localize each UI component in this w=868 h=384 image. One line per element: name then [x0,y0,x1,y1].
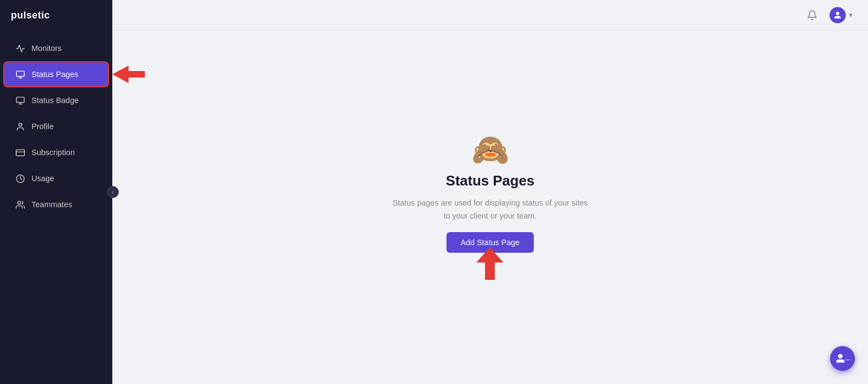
sidebar-item-profile[interactable]: Profile [4,114,108,138]
sidebar-item-status-badge[interactable]: Status Badge [4,88,108,112]
sidebar-item-teammates[interactable]: Teammates [4,193,108,216]
monitor-icon [15,43,25,53]
subscription-icon [15,148,25,157]
add-button-container: Add Status Page [446,230,534,280]
content-area: 🙈 Status Pages Status pages are used for… [112,30,868,384]
sidebar-item-usage[interactable]: Usage [4,167,108,190]
fab-minus-icon: — [845,356,851,362]
svg-marker-3 [112,66,145,83]
sidebar-item-monitors-label: Monitors [31,44,62,53]
empty-state-emoji: 🙈 [471,135,509,165]
svg-point-14 [838,355,842,359]
sidebar-collapse-button[interactable]: ‹ [107,186,119,198]
svg-marker-13 [476,247,503,280]
fab-button[interactable]: — [830,346,855,371]
empty-state-description: Status pages are used for displaying sta… [393,197,588,222]
sidebar-item-status-badge-label: Status Badge [31,96,79,105]
sidebar: pulsetic Monitors Status Pages [0,0,112,384]
sidebar-item-profile-label: Profile [31,122,54,131]
user-menu[interactable]: ▾ [829,7,853,23]
svg-point-12 [836,12,839,15]
topbar: ▾ [112,0,868,30]
svg-point-7 [18,123,22,126]
annotation-arrow-up [471,247,509,280]
notifications-bell[interactable] [803,7,821,24]
status-badge-icon [15,95,25,105]
usage-icon [15,174,25,183]
svg-rect-0 [16,71,24,76]
app-logo: pulsetic [0,0,112,31]
chevron-left-icon: ‹ [112,189,114,195]
avatar [829,7,846,23]
svg-point-11 [17,201,21,204]
status-pages-icon [15,69,25,79]
sidebar-item-status-pages-label: Status Pages [31,70,78,79]
sidebar-item-subscription[interactable]: Subscription [4,140,108,164]
sidebar-item-subscription-label: Subscription [31,148,75,157]
svg-rect-4 [16,97,24,103]
teammates-icon [15,200,25,209]
sidebar-nav: Monitors Status Pages [0,31,112,384]
main-content: ▾ 🙈 Status Pages Status pages are used f… [112,0,868,384]
annotation-arrow-left [112,63,145,85]
sidebar-item-usage-label: Usage [31,174,54,183]
chevron-down-icon: ▾ [849,11,853,19]
sidebar-item-teammates-label: Teammates [31,200,72,209]
sidebar-item-status-pages[interactable]: Status Pages [4,62,108,86]
svg-rect-8 [16,149,24,155]
empty-state: 🙈 Status Pages Status pages are used for… [393,135,588,279]
profile-icon [15,121,25,131]
sidebar-item-monitors[interactable]: Monitors [4,36,108,60]
empty-state-title: Status Pages [446,172,534,189]
